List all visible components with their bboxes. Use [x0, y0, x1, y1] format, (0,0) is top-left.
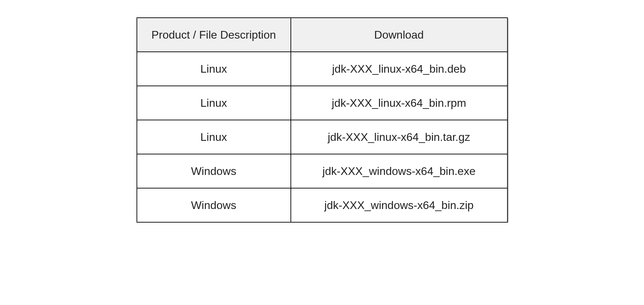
cell-download: jdk-XXX_windows-x64_bin.exe — [291, 154, 507, 188]
cell-product: Linux — [137, 52, 291, 86]
cell-product: Windows — [137, 188, 291, 222]
cell-product: Linux — [137, 86, 291, 120]
table-row: Linux jdk-XXX_linux-x64_bin.deb — [137, 52, 507, 86]
cell-download: jdk-XXX_linux-x64_bin.rpm — [291, 86, 507, 120]
cell-download: jdk-XXX_linux-x64_bin.deb — [291, 52, 507, 86]
table-row: Windows jdk-XXX_windows-x64_bin.zip — [137, 188, 507, 222]
table-row: Windows jdk-XXX_windows-x64_bin.exe — [137, 154, 507, 188]
download-table-wrapper: Product / File Description Download Linu… — [137, 17, 508, 223]
table-header-row: Product / File Description Download — [137, 18, 507, 52]
cell-product: Windows — [137, 154, 291, 188]
cell-download: jdk-XXX_linux-x64_bin.tar.gz — [291, 120, 507, 154]
header-download: Download — [291, 18, 507, 52]
download-table: Product / File Description Download Linu… — [137, 17, 508, 223]
header-product: Product / File Description — [137, 18, 291, 52]
table-row: Linux jdk-XXX_linux-x64_bin.tar.gz — [137, 120, 507, 154]
table-row: Linux jdk-XXX_linux-x64_bin.rpm — [137, 86, 507, 120]
cell-product: Linux — [137, 120, 291, 154]
cell-download: jdk-XXX_windows-x64_bin.zip — [291, 188, 507, 222]
